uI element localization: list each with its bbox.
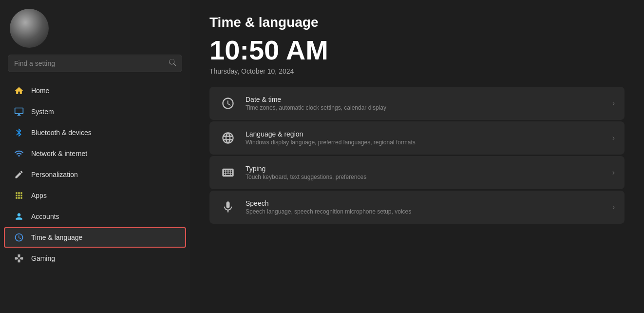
- accounts-icon: [14, 211, 24, 222]
- sidebar-item-system[interactable]: System: [4, 101, 186, 122]
- language-region-icon: [219, 129, 237, 147]
- language-region-chevron: ›: [612, 134, 615, 142]
- speech-desc: Speech language, speech recognition micr…: [246, 208, 604, 215]
- bluetooth-icon: [14, 127, 24, 138]
- sidebar-item-network[interactable]: Network & internet: [4, 143, 186, 164]
- sidebar: Home System Bluetooth & devices: [0, 0, 190, 313]
- typing-icon: [219, 164, 237, 181]
- sidebar-item-label-personalization: Personalization: [31, 171, 78, 178]
- sidebar-item-personalization[interactable]: Personalization: [4, 164, 186, 185]
- home-icon: [14, 85, 24, 96]
- sidebar-item-home[interactable]: Home: [4, 80, 186, 101]
- search-input[interactable]: [14, 59, 165, 67]
- time-language-icon: [14, 232, 24, 243]
- date-time-icon: [219, 95, 237, 112]
- language-region-desc: Windows display language, preferred lang…: [246, 139, 604, 146]
- sidebar-item-label-apps: Apps: [31, 192, 47, 199]
- card-date-time[interactable]: Date & time Time zones, automatic clock …: [209, 87, 625, 120]
- language-region-text: Language & region Windows display langua…: [246, 130, 604, 146]
- date-time-chevron: ›: [612, 99, 615, 108]
- date-time-text: Date & time Time zones, automatic clock …: [246, 96, 604, 111]
- typing-text: Typing Touch keyboard, text suggestions,…: [246, 165, 604, 180]
- card-language-region[interactable]: Language & region Windows display langua…: [209, 121, 625, 155]
- system-icon: [14, 106, 24, 117]
- speech-chevron: ›: [612, 203, 615, 212]
- search-box[interactable]: [8, 55, 182, 72]
- sidebar-item-label-accounts: Accounts: [31, 213, 59, 220]
- card-typing[interactable]: Typing Touch keyboard, text suggestions,…: [209, 156, 625, 189]
- avatar: [10, 9, 49, 48]
- sidebar-item-label-home: Home: [31, 87, 49, 95]
- personalization-icon: [14, 169, 24, 180]
- sidebar-item-label-time-language: Time & language: [31, 234, 82, 241]
- speech-text: Speech Speech language, speech recogniti…: [246, 199, 604, 215]
- apps-icon: [14, 190, 24, 201]
- sidebar-item-accounts[interactable]: Accounts: [4, 206, 186, 227]
- network-icon: [14, 148, 24, 159]
- sidebar-item-gaming[interactable]: Gaming: [4, 248, 186, 269]
- main-content: Time & language 10:50 AM Thursday, Octob…: [190, 0, 644, 313]
- date-time-title: Date & time: [246, 96, 604, 103]
- sidebar-item-time-language[interactable]: Time & language: [4, 227, 186, 248]
- typing-title: Typing: [246, 165, 604, 173]
- sidebar-item-label-system: System: [31, 108, 54, 116]
- card-speech[interactable]: Speech Speech language, speech recogniti…: [209, 191, 625, 224]
- page-title: Time & language: [209, 15, 625, 30]
- user-avatar-area: [0, 0, 190, 55]
- sidebar-item-bluetooth[interactable]: Bluetooth & devices: [4, 122, 186, 143]
- sidebar-item-label-gaming: Gaming: [31, 254, 55, 262]
- speech-title: Speech: [246, 199, 604, 207]
- typing-chevron: ›: [612, 168, 615, 177]
- nav-items: Home System Bluetooth & devices: [0, 78, 190, 313]
- sidebar-item-label-bluetooth: Bluetooth & devices: [31, 129, 92, 137]
- typing-desc: Touch keyboard, text suggestions, prefer…: [246, 174, 604, 180]
- sidebar-item-label-network: Network & internet: [31, 150, 87, 157]
- gaming-icon: [14, 253, 24, 264]
- date-display: Thursday, October 10, 2024: [209, 67, 625, 75]
- time-display: 10:50 AM: [209, 35, 625, 65]
- search-icon: [169, 59, 176, 68]
- settings-cards: Date & time Time zones, automatic clock …: [209, 87, 625, 224]
- language-region-title: Language & region: [246, 130, 604, 138]
- speech-icon: [219, 198, 237, 216]
- sidebar-item-apps[interactable]: Apps: [4, 185, 186, 206]
- date-time-desc: Time zones, automatic clock settings, ca…: [246, 104, 604, 111]
